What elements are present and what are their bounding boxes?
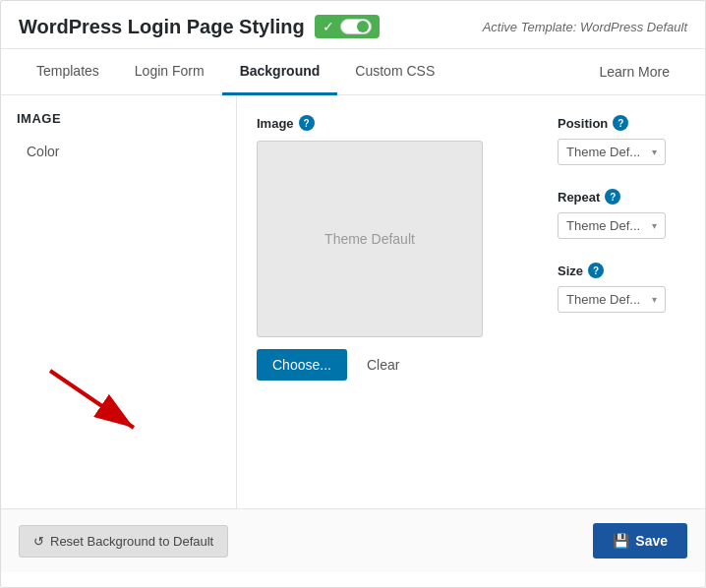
footer: ↺ Reset Background to Default 💾 Save <box>1 508 705 572</box>
sidebar-section-title: Image <box>17 111 220 126</box>
tab-background[interactable]: Background <box>222 49 338 95</box>
repeat-help-icon[interactable]: ? <box>605 189 620 205</box>
image-section-label: Image ? <box>257 115 528 131</box>
reset-label: Reset Background to Default <box>50 534 213 549</box>
size-help-icon[interactable]: ? <box>588 263 604 278</box>
option-group-repeat: Repeat ? Theme Def... ▾ <box>558 189 685 239</box>
size-value: Theme Def... <box>566 292 640 307</box>
image-section: Image ? Theme Default Choose... Clear <box>257 115 528 489</box>
tab-bar: Templates Login Form Background Custom C… <box>1 49 705 95</box>
toggle-container[interactable]: ✓ <box>315 15 380 38</box>
page-wrapper: WordPress Login Page Styling ✓ Active Te… <box>0 0 706 588</box>
sidebar-item-color[interactable]: Color <box>17 136 220 167</box>
size-label: Size ? <box>558 263 685 278</box>
save-button[interactable]: 💾 Save <box>593 523 687 559</box>
position-value: Theme Def... <box>566 145 640 159</box>
option-group-size: Size ? Theme Def... ▾ <box>558 263 685 313</box>
image-help-icon[interactable]: ? <box>299 115 315 131</box>
position-help-icon[interactable]: ? <box>613 115 628 131</box>
main-content: Image ? Theme Default Choose... Clear Po… <box>237 95 705 508</box>
header: WordPress Login Page Styling ✓ Active Te… <box>1 1 705 49</box>
save-icon: 💾 <box>613 533 629 549</box>
repeat-label: Repeat ? <box>558 189 685 205</box>
size-label-text: Size <box>558 264 583 278</box>
content-area: Image Color Image ? Theme Default Choose… <box>1 95 705 508</box>
save-label: Save <box>635 533 668 549</box>
toggle-knob <box>357 21 369 32</box>
image-preview-box: Theme Default <box>257 141 483 337</box>
position-label: Position ? <box>558 115 685 131</box>
active-template-label: Active Template: WordPress Default <box>483 20 687 34</box>
repeat-chevron-icon: ▾ <box>652 220 657 231</box>
tab-learn-more[interactable]: Learn More <box>581 50 687 93</box>
reset-button[interactable]: ↺ Reset Background to Default <box>19 525 228 558</box>
repeat-label-text: Repeat <box>558 190 600 205</box>
sidebar: Image Color <box>1 95 237 508</box>
position-chevron-icon: ▾ <box>652 147 657 157</box>
position-dropdown[interactable]: Theme Def... ▾ <box>558 139 666 165</box>
options-section: Position ? Theme Def... ▾ Repeat ? <box>558 115 685 489</box>
tab-custom-css[interactable]: Custom CSS <box>337 49 452 95</box>
repeat-dropdown[interactable]: Theme Def... ▾ <box>558 212 666 239</box>
clear-button[interactable]: Clear <box>363 349 403 381</box>
option-group-position: Position ? Theme Def... ▾ <box>558 115 685 165</box>
toggle-check-icon: ✓ <box>323 19 334 34</box>
choose-button[interactable]: Choose... <box>257 349 347 381</box>
image-preview-text: Theme Default <box>324 231 415 247</box>
image-buttons: Choose... Clear <box>257 349 528 381</box>
tab-login-form[interactable]: Login Form <box>117 49 222 95</box>
size-chevron-icon: ▾ <box>652 294 657 305</box>
toggle-switch[interactable] <box>340 19 372 34</box>
image-label-text: Image <box>257 116 294 131</box>
position-label-text: Position <box>558 116 608 131</box>
reset-icon: ↺ <box>33 534 44 549</box>
page-title: WordPress Login Page Styling <box>19 16 305 38</box>
header-left: WordPress Login Page Styling ✓ <box>19 15 380 38</box>
repeat-value: Theme Def... <box>566 218 640 233</box>
size-dropdown[interactable]: Theme Def... ▾ <box>558 286 666 313</box>
tab-templates[interactable]: Templates <box>19 49 117 95</box>
